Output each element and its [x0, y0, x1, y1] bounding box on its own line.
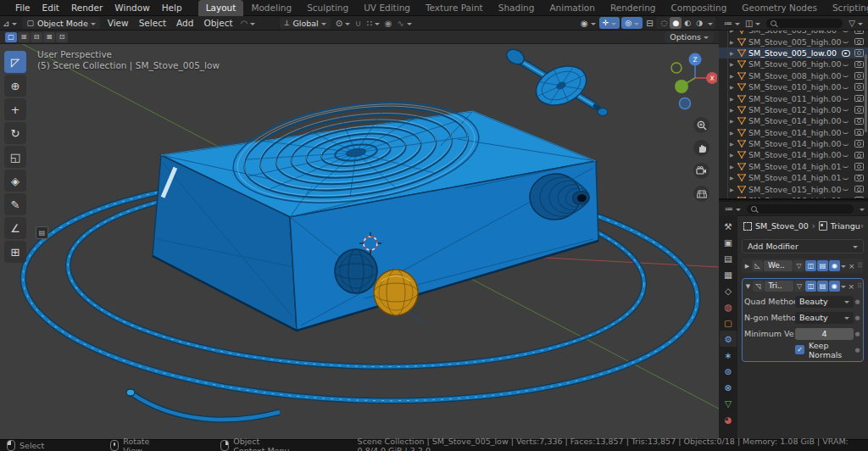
topbar-menu[interactable]: Window — [108, 0, 155, 15]
tool-button[interactable]: ↻ — [4, 122, 26, 144]
object-name[interactable]: SM_Stove_011_high.00 — [748, 94, 842, 103]
outliner-item[interactable]: ▶ SM_Stove_014_high.01 — [719, 161, 868, 172]
workspace-tab[interactable]: Compositing — [664, 0, 735, 16]
modifier-extras-dropdown[interactable] — [841, 286, 846, 291]
shading-material-icon[interactable]: ◐ — [682, 17, 693, 29]
select-mode-button[interactable]: ⊡ — [56, 32, 68, 42]
property-tab[interactable]: ⊚ — [720, 363, 737, 379]
realtime-toggle[interactable]: ▤ — [817, 260, 828, 271]
outliner-item[interactable]: ▶ SM_Stove_015_high.00 — [719, 183, 868, 194]
disable-render-icon[interactable] — [854, 95, 864, 103]
select-mode-button[interactable]: ⊠ — [43, 32, 55, 42]
animate-decorator[interactable]: ● — [854, 331, 861, 337]
property-tab[interactable]: ∗ — [720, 347, 737, 363]
disable-render-icon[interactable] — [854, 140, 864, 148]
hide-viewport-icon[interactable] — [842, 187, 849, 192]
expand-arrow-icon[interactable]: ▶ — [730, 39, 737, 45]
breadcrumb-object[interactable]: SM_Stove_00 — [755, 221, 809, 231]
expand-arrow-icon[interactable]: ▶ — [730, 84, 737, 90]
show-gizmo-toggle[interactable]: ✛ — [599, 17, 620, 29]
render-toggle[interactable]: ◉ — [829, 281, 840, 292]
modifier-name[interactable]: We.. — [764, 260, 793, 271]
transform-pivot-icon[interactable]: ◠ — [238, 19, 259, 28]
outliner-item[interactable]: ▶ SM_Stove_014_high.00 — [719, 127, 868, 138]
edit-mode-toggle[interactable]: ◫ — [805, 260, 816, 271]
object-name[interactable]: SM_Stove_014_high.01 — [748, 162, 842, 171]
gizmo-neg-z-axis[interactable] — [680, 98, 691, 109]
options-button[interactable]: Options — [665, 31, 714, 42]
workspace-tab[interactable]: Animation — [542, 0, 603, 16]
pan-view-button[interactable] — [693, 140, 709, 156]
object-visibility-icon[interactable]: ◉ — [578, 19, 598, 28]
expand-arrow-icon[interactable]: ▶ — [730, 152, 737, 158]
property-tab[interactable]: ▦ — [720, 266, 737, 282]
hide-viewport-icon[interactable] — [842, 119, 849, 124]
magnet-icon[interactable]: ∪ — [353, 19, 364, 28]
disable-render-icon[interactable] — [854, 175, 864, 182]
viewport-menu[interactable]: View — [103, 18, 134, 28]
hide-viewport-icon[interactable] — [842, 62, 849, 67]
viewport-menu[interactable]: Object — [198, 18, 237, 28]
workspace-tab[interactable]: Rendering — [603, 0, 664, 16]
disable-render-icon[interactable] — [854, 61, 864, 69]
property-tab[interactable]: ◇ — [720, 282, 737, 298]
outliner-item[interactable]: ▶ SM_Stove_006_high.00 — [719, 58, 868, 70]
zoom-view-button[interactable] — [693, 117, 709, 133]
expand-arrow-icon[interactable]: ▶ — [730, 198, 737, 198]
expand-arrow-icon[interactable]: ▶ — [730, 31, 737, 33]
delete-modifier-icon[interactable]: × — [847, 262, 857, 270]
ngon-method-select[interactable]: Beauty — [795, 312, 854, 324]
disable-render-icon[interactable] — [854, 152, 864, 159]
hide-viewport-icon[interactable] — [842, 142, 849, 147]
outliner-item[interactable]: ▶ SM_Stove_008_high.00 — [719, 70, 868, 81]
workspace-tab[interactable]: Modeling — [243, 0, 299, 16]
tool-button[interactable]: ◸ — [4, 51, 26, 73]
workspace-tab[interactable]: Sculpting — [299, 0, 356, 16]
object-name[interactable]: SM_Stove_010_high.00 — [748, 82, 842, 92]
tool-button[interactable]: ◱ — [4, 146, 26, 168]
disable-render-icon[interactable] — [854, 49, 864, 57]
select-mode-button[interactable]: ▢ — [5, 32, 17, 42]
object-name[interactable]: SM_Stove_008_high.00 — [748, 71, 842, 81]
xray-toggle-icon[interactable]: ⊟ — [643, 19, 655, 28]
property-tab[interactable]: ▢ — [720, 315, 737, 331]
perspective-toggle-button[interactable] — [693, 186, 709, 202]
properties-options-dropdown[interactable] — [857, 204, 865, 214]
shading-dropdown[interactable] — [705, 19, 713, 28]
collapsed-operator-panel-icon[interactable]: ▤ — [36, 226, 48, 239]
object-name[interactable]: SM_Stove_014_high.00 — [748, 150, 842, 159]
hide-viewport-icon[interactable] — [842, 50, 849, 55]
gizmo-y-axis[interactable] — [675, 80, 688, 93]
property-tab[interactable]: ▣ — [720, 234, 737, 250]
pin-icon[interactable] — [860, 222, 864, 231]
hide-viewport-icon[interactable] — [842, 39, 849, 44]
disable-render-icon[interactable] — [854, 83, 864, 91]
object-name[interactable]: SM_Stove_003_low.00 — [748, 31, 842, 35]
shading-wireframe-icon[interactable]: ◌ — [659, 17, 670, 29]
select-mode-button[interactable]: ⊞ — [18, 32, 30, 42]
tool-button[interactable]: ∠ — [4, 217, 26, 239]
tool-button[interactable]: ⊕ — [4, 75, 26, 97]
property-tab[interactable]: ◍ — [720, 298, 737, 315]
animate-decorator[interactable]: ● — [854, 347, 861, 354]
disable-render-icon[interactable] — [854, 118, 864, 125]
topbar-menu[interactable]: File — [9, 0, 36, 15]
delete-modifier-icon[interactable]: × — [847, 282, 857, 291]
drag-handle-icon[interactable]: ⠿ — [858, 262, 862, 270]
collapse-modifier-icon[interactable]: ▼ — [744, 283, 752, 290]
object-name[interactable]: SM_Stove_016_high.00 — [748, 196, 842, 198]
drag-handle-icon[interactable]: ⠿ — [857, 282, 861, 290]
object-name[interactable]: SM_Stove_014_high.00 — [748, 139, 842, 148]
edit-mode-toggle[interactable]: ◫ — [805, 281, 816, 292]
object-name[interactable]: SM_Stove_012_high.00 — [748, 105, 842, 114]
outliner-item[interactable]: ▶ SM_Stove_010_high.00 — [719, 81, 868, 92]
hide-viewport-icon[interactable] — [842, 85, 849, 90]
show-overlays-toggle[interactable]: ◎ — [621, 17, 643, 29]
property-tab[interactable]: ▽ — [720, 395, 737, 411]
outliner-item[interactable]: ▶ SM_Stove_005_low.00 — [719, 47, 868, 58]
topbar-menu[interactable]: Edit — [36, 0, 65, 15]
outliner-item[interactable]: ▶ SM_Stove_014_high.01 — [719, 172, 868, 183]
expand-arrow-icon[interactable]: ▶ — [730, 164, 737, 170]
workspace-tab[interactable]: Shading — [491, 0, 542, 16]
expand-arrow-icon[interactable]: ▶ — [730, 61, 737, 67]
